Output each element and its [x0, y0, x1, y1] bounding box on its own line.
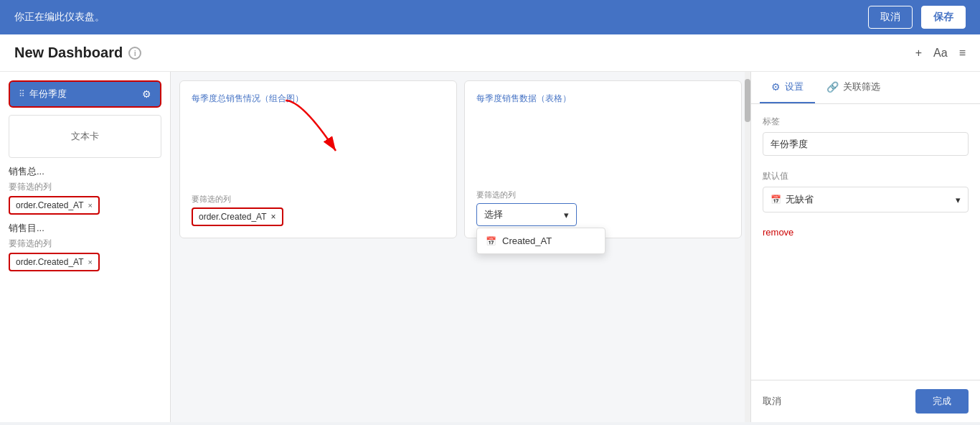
select-placeholder: 选择 [484, 208, 503, 221]
calendar-icon: 📅 [486, 236, 496, 246]
section-filter-row-label-1: 要筛选的列 [9, 238, 161, 250]
dashboard-cards: 每季度总销售情况（组合图） 要筛选的列 order.Created_AT × 每… [179, 80, 742, 238]
dashboard-card-0: 每季度总销售情况（组合图） 要筛选的列 order.Created_AT × [179, 80, 457, 238]
linked-filter-tab-icon: 🔗 [826, 81, 839, 93]
scrollbar-thumb[interactable] [745, 79, 750, 122]
section-label-1: 销售目... [9, 222, 161, 235]
card-filter-tag-text-0: order.Created_AT [199, 212, 267, 222]
default-select-inner: 📅 无缺省 [771, 193, 814, 206]
right-panel-tabs: ⚙ 设置 🔗 关联筛选 [751, 72, 980, 104]
dashboard-card-1: 每季度销售数据（表格） 要筛选的列 选择 ▾ 📅 Created_ [464, 80, 742, 238]
card-select-container: 选择 ▾ 📅 Created_AT [476, 203, 730, 226]
default-setting-label: 默认值 [763, 170, 969, 182]
banner-message: 你正在编此仪表盘。 [14, 11, 105, 24]
dropdown-menu: 📅 Created_AT [476, 228, 606, 254]
gear-icon[interactable]: ⚙ [142, 88, 151, 100]
top-banner: 你正在编此仪表盘。 取消 保存 [0, 0, 980, 34]
dropdown-item-0[interactable]: 📅 Created_AT [477, 228, 605, 253]
dashboard-title: New Dashboard [14, 45, 123, 61]
card-remove-tag-0[interactable]: × [271, 212, 276, 222]
settings-tab-icon: ⚙ [771, 81, 781, 93]
filter-section-1: 销售目... 要筛选的列 order.Created_AT × [9, 222, 161, 271]
filter-button[interactable]: ≡ [959, 47, 966, 60]
right-panel-footer: 取消 完成 [751, 380, 980, 422]
filter-sidebar: ⠿ 年份季度 ⚙ 文本卡 销售总... 要筛选的列 order.Created_… [0, 72, 171, 422]
setting-group-default: 默认值 📅 无缺省 ▾ [763, 170, 969, 212]
filter-tag-0[interactable]: order.Created_AT × [9, 196, 100, 215]
filter-chip[interactable]: ⠿ 年份季度 ⚙ [9, 80, 161, 108]
card-title-1[interactable]: 每季度销售数据（表格） [476, 93, 730, 105]
header-actions: + Aa ≡ [915, 47, 966, 60]
card-select[interactable]: 选择 ▾ [476, 203, 577, 226]
default-chevron-icon: ▾ [956, 195, 961, 205]
card-filter-section-1: 要筛选的列 选择 ▾ 📅 Created_AT [476, 190, 730, 226]
center-content: 每季度总销售情况（组合图） 要筛选的列 order.Created_AT × 每… [171, 72, 750, 422]
font-button[interactable]: Aa [933, 47, 948, 60]
remove-tag-1[interactable]: × [88, 258, 93, 266]
info-icon[interactable]: i [128, 47, 141, 60]
settings-tab-label: 设置 [785, 80, 804, 93]
banner-actions: 取消 保存 [868, 6, 966, 29]
tab-settings[interactable]: ⚙ 设置 [760, 72, 815, 103]
filter-section-0: 销售总... 要筛选的列 order.Created_AT × [9, 165, 161, 215]
card-filter-label-1: 要筛选的列 [476, 190, 730, 200]
chevron-down-icon: ▾ [564, 210, 569, 220]
filter-tag-1[interactable]: order.Created_AT × [9, 253, 100, 271]
text-card: 文本卡 [9, 115, 161, 158]
add-button[interactable]: + [915, 47, 922, 60]
dropdown-item-label-0: Created_AT [502, 235, 552, 246]
dashboard-title-area: New Dashboard i [14, 45, 141, 61]
main-area: ⠿ 年份季度 ⚙ 文本卡 销售总... 要筛选的列 order.Created_… [0, 72, 980, 422]
section-label-0: 销售总... [9, 165, 161, 178]
card-filter-label-0: 要筛选的列 [192, 194, 445, 205]
banner-cancel-button[interactable]: 取消 [868, 6, 913, 29]
section-filter-row-label-0: 要筛选的列 [9, 181, 161, 193]
card-filter-tag-0[interactable]: order.Created_AT × [192, 207, 283, 226]
banner-save-button[interactable]: 保存 [921, 6, 966, 29]
header-row: New Dashboard i + Aa ≡ [0, 34, 980, 72]
default-select[interactable]: 📅 无缺省 ▾ [763, 187, 969, 212]
right-panel-body: 标签 默认值 📅 无缺省 ▾ remove [751, 104, 980, 380]
tag-setting-label: 标签 [763, 116, 969, 128]
tab-linked-filter[interactable]: 🔗 关联筛选 [815, 72, 892, 103]
default-cal-icon: 📅 [771, 195, 781, 205]
text-card-label: 文本卡 [71, 131, 99, 141]
filter-tag-text-0: order.Created_AT [16, 200, 84, 210]
default-value-label: 无缺省 [786, 193, 814, 206]
footer-cancel-button[interactable]: 取消 [763, 395, 781, 408]
footer-done-button[interactable]: 完成 [915, 389, 969, 414]
scrollbar-track[interactable] [745, 72, 750, 422]
filter-chip-label: 年份季度 [29, 88, 67, 101]
drag-handle-icon: ⠿ [19, 89, 25, 99]
card-title-0[interactable]: 每季度总销售情况（组合图） [192, 93, 445, 105]
tag-input[interactable] [763, 132, 969, 156]
setting-group-tag: 标签 [763, 116, 969, 156]
right-panel: ⚙ 设置 🔗 关联筛选 标签 默认值 📅 无缺省 [750, 72, 980, 422]
linked-filter-tab-label: 关联筛选 [843, 80, 880, 93]
filter-tag-text-1: order.Created_AT [16, 257, 84, 267]
card-filter-section-0: 要筛选的列 order.Created_AT × [192, 194, 445, 226]
remove-link[interactable]: remove [763, 227, 969, 238]
remove-tag-0[interactable]: × [88, 201, 93, 210]
